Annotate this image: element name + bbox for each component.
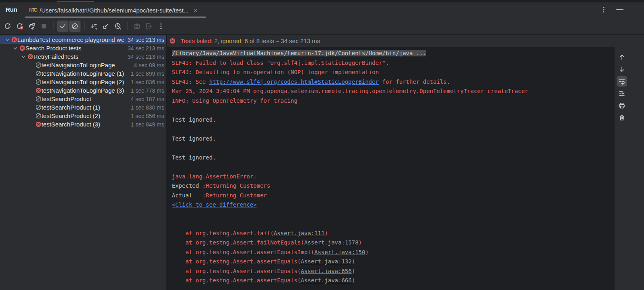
test-tree-row[interactable]: LambdaTest ecommerce playground wet34 se… bbox=[0, 35, 166, 44]
test-tree-row[interactable]: testNavigationToLoginPage (1)1 sec 899 m… bbox=[0, 69, 166, 78]
screenshot-icon bbox=[133, 22, 141, 30]
test-tree: LambdaTest ecommerce playground wet34 se… bbox=[0, 35, 166, 290]
test-history-button[interactable] bbox=[112, 21, 124, 32]
test-tree-row[interactable]: testNavigationToLoginPage (3)1 sec 778 m… bbox=[0, 86, 166, 95]
screenshot-button[interactable] bbox=[131, 21, 142, 32]
stack-trace-link[interactable]: Assert.java:656 bbox=[301, 268, 351, 274]
test-ignored-icon bbox=[35, 79, 41, 85]
sort-tests-button[interactable] bbox=[88, 21, 99, 32]
more-icon bbox=[600, 6, 608, 14]
import-icon bbox=[102, 22, 110, 30]
console-output[interactable]: /Library/Java/JavaVirtualMachines/temuri… bbox=[167, 47, 615, 290]
toggle-auto-test-button[interactable] bbox=[26, 21, 37, 32]
console-text: ) bbox=[324, 230, 328, 236]
console-text: Mar 25, 2024 3:49:04 PM org.openqa.selen… bbox=[172, 88, 528, 94]
down-the-stack-trace-button[interactable] bbox=[617, 64, 627, 75]
sort-icon bbox=[90, 22, 98, 30]
rerun-icon bbox=[4, 22, 12, 30]
console-link[interactable]: <Click to see difference> bbox=[172, 201, 257, 208]
console-text: Returning Customer bbox=[206, 192, 267, 199]
show-passed-icon bbox=[59, 22, 67, 30]
hide-tool-window-button[interactable] bbox=[615, 5, 625, 14]
stack-trace-link[interactable]: Assert.java:666 bbox=[301, 277, 351, 284]
test-tree-row[interactable]: testSearchProduct (1)1 sec 830 ms bbox=[0, 103, 166, 112]
console-link[interactable]: http://www.slf4j.org/codes.html#StaticLo… bbox=[209, 79, 379, 85]
test-name: LambdaTest ecommerce playground wet bbox=[17, 36, 124, 43]
test-tree-row[interactable]: RetryFailedTests34 sec 213 ms bbox=[0, 52, 166, 61]
console-line: Test ignored. bbox=[172, 134, 615, 144]
print-icon bbox=[618, 102, 625, 109]
console-text: at org.testng.Assert.assertEquals( bbox=[172, 268, 301, 274]
console-text: for further details. bbox=[379, 79, 450, 85]
soft-wrap-icon bbox=[618, 78, 625, 85]
console-line: Test ignored. bbox=[172, 153, 615, 163]
close-tab-icon[interactable]: × bbox=[194, 7, 198, 13]
arrow-down-icon bbox=[618, 66, 625, 73]
arrow-up-icon bbox=[618, 54, 625, 61]
test-tree-row[interactable]: testNavigationToLoginPage (2)1 sec 836 m… bbox=[0, 78, 166, 86]
chevron-down-icon[interactable] bbox=[11, 46, 19, 51]
console-line: Test ignored. bbox=[172, 115, 615, 125]
test-tree-row[interactable]: testSearchProduct4 sec 187 ms bbox=[0, 95, 166, 103]
stack-trace-link[interactable]: Assert.java:1578 bbox=[304, 239, 359, 246]
test-name: testNavigationToLoginPage (2) bbox=[41, 79, 124, 85]
stop-button[interactable] bbox=[38, 21, 50, 32]
console-text: ) bbox=[352, 258, 355, 265]
console-line: at org.testng.Assert.failNotEquals(Asser… bbox=[172, 238, 615, 248]
console-text: SLF4J: Defaulting to no-operation (NOP) … bbox=[172, 69, 379, 75]
tool-window-options-button[interactable] bbox=[599, 5, 609, 14]
show-passed-button[interactable] bbox=[57, 21, 68, 32]
test-tree-row[interactable]: testNavigationToLoginPage4 sec 89 ms bbox=[0, 61, 166, 69]
show-ignored-button[interactable] bbox=[69, 21, 80, 32]
test-name: testSearchProduct (3) bbox=[41, 121, 100, 128]
console-line: java.lang.AssertionError: bbox=[172, 172, 615, 182]
soft-wrap-button[interactable] bbox=[617, 76, 627, 87]
console-toolbar bbox=[615, 47, 629, 290]
console-text: Expected : bbox=[172, 182, 206, 189]
console-text: Actual : bbox=[172, 192, 206, 199]
test-duration: 1 sec 778 ms bbox=[128, 87, 164, 94]
scrollbar-thumb[interactable] bbox=[57, 1, 94, 2]
run-tool-window: Run NTG /Users/faisalkhatri/Github/selen… bbox=[0, 0, 644, 290]
test-failed-icon bbox=[35, 87, 41, 93]
rerun-failed-icon bbox=[16, 22, 24, 30]
stop-icon bbox=[40, 22, 48, 30]
test-duration: 1 sec 856 ms bbox=[128, 113, 164, 119]
console-line: at org.testng.Assert.assertEquals(Assert… bbox=[172, 276, 615, 286]
chevron-down-icon[interactable] bbox=[3, 37, 11, 42]
auto-test-icon bbox=[28, 22, 36, 30]
test-name: testNavigationToLoginPage (1) bbox=[41, 70, 124, 77]
console-text: /Library/Java/JavaVirtualMachines/temuri… bbox=[172, 50, 426, 56]
testng-icon: NTG bbox=[29, 8, 37, 12]
console-text: ) bbox=[352, 277, 355, 284]
export-results-button[interactable] bbox=[143, 21, 155, 32]
test-duration: 1 sec 830 ms bbox=[128, 104, 164, 111]
more-icon bbox=[157, 22, 165, 30]
more-options-button[interactable] bbox=[155, 21, 167, 32]
chevron-down-icon[interactable] bbox=[19, 54, 27, 59]
print-button[interactable] bbox=[617, 100, 627, 111]
run-toolbar bbox=[0, 18, 644, 34]
run-tab-label: /Users/faisalkhatri/Github/selenium4poc/… bbox=[39, 7, 188, 14]
scroll-to-end-button[interactable] bbox=[617, 88, 627, 99]
console-line: Actual :Returning Customer bbox=[172, 191, 615, 201]
test-tree-row[interactable]: testSearchProduct (3)1 sec 849 ms bbox=[0, 120, 166, 128]
test-duration: 1 sec 849 ms bbox=[128, 121, 164, 128]
test-tree-row[interactable]: Search Product tests34 sec 213 ms bbox=[0, 44, 166, 52]
run-tab[interactable]: NTG /Users/faisalkhatri/Github/selenium4… bbox=[25, 2, 206, 18]
console-text: ) bbox=[365, 249, 368, 255]
import-test-results-button[interactable] bbox=[100, 21, 111, 32]
test-ignored-icon bbox=[35, 70, 41, 77]
stack-trace-link[interactable]: Assert.java:150 bbox=[314, 249, 365, 255]
up-the-stack-trace-button[interactable] bbox=[617, 52, 627, 62]
rerun-button[interactable] bbox=[2, 21, 13, 32]
console-text: ) bbox=[359, 239, 362, 246]
console-line: at org.testng.Assert.assertEqualsImpl(As… bbox=[172, 248, 615, 257]
console-line bbox=[172, 210, 615, 220]
test-duration: 4 sec 89 ms bbox=[131, 62, 164, 68]
stack-trace-link[interactable]: Assert.java:111 bbox=[274, 230, 324, 236]
stack-trace-link[interactable]: Assert.java:132 bbox=[301, 258, 351, 265]
rerun-failed-tests-button[interactable] bbox=[14, 21, 25, 32]
test-tree-row[interactable]: testSearchProduct (2)1 sec 856 ms bbox=[0, 112, 166, 120]
clear-all-button[interactable] bbox=[617, 112, 627, 123]
